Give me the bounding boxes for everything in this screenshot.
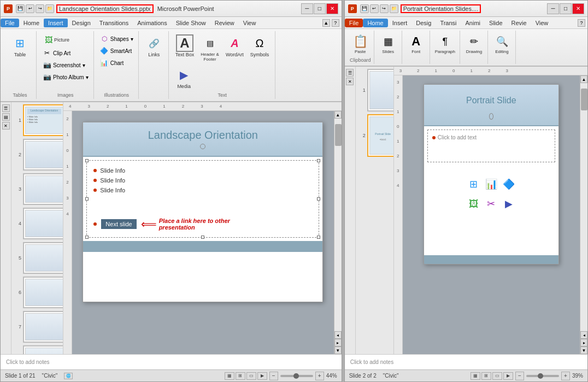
close-btn-left[interactable]: ✕ (326, 3, 338, 14)
save-btn[interactable]: 💾 (16, 4, 25, 13)
maximize-btn-right[interactable]: □ (560, 3, 572, 14)
scroll-next-left[interactable]: ▸ (334, 339, 342, 346)
zoom-in-btn-left[interactable]: + (315, 372, 324, 380)
slide-thumb-5[interactable] (23, 242, 63, 274)
scroll-up-btn-left[interactable]: ▲ (334, 111, 342, 119)
lang-icon-left[interactable]: 🌐 (64, 373, 73, 379)
minimize-btn-left[interactable]: ─ (301, 3, 313, 14)
menu-review-left[interactable]: Review (210, 19, 239, 27)
scroll-thumb-right[interactable] (581, 89, 587, 110)
clipart-button[interactable]: ✂ Clip Art (41, 48, 72, 58)
header-footer-button[interactable]: ▤ Header &Footer (198, 33, 221, 63)
slide-thumb-2[interactable] (23, 139, 63, 171)
content-placeholder-right[interactable]: ⊞ 📊 🔷 🖼 ✂ ▶ (424, 166, 558, 222)
slide-thumb-6[interactable] (23, 277, 63, 308)
save-btn-right[interactable]: 💾 (360, 4, 369, 13)
wordart-button[interactable]: A WordArt (224, 33, 246, 58)
normal-view-btn-left[interactable]: ▦ (225, 372, 234, 380)
minimize-btn-right[interactable]: ─ (547, 3, 559, 14)
panel-toggle-right-1[interactable]: ☰ (346, 69, 354, 77)
menu-review-right[interactable]: Revie (507, 19, 531, 27)
menu-transitions-left[interactable]: Transitions (95, 19, 133, 27)
slide-body-box[interactable]: Slide Info Slide Info Slide Info (86, 160, 319, 238)
table-button[interactable]: ⊞ Table (9, 33, 31, 58)
portrait-click-label[interactable]: Click to add text (438, 134, 477, 140)
help-btn-left[interactable]: ? (332, 19, 339, 27)
handle-br[interactable] (317, 236, 320, 239)
reading-view-btn-right[interactable]: ▭ (492, 372, 502, 380)
portrait-body-box[interactable]: Click to add text (427, 130, 555, 162)
scroll-next-right[interactable]: ▸ (580, 339, 587, 346)
textbox-button[interactable]: A Text Box (173, 33, 197, 58)
zoom-out-btn-left[interactable]: − (269, 372, 278, 380)
canvas-area-right[interactable]: Portrait Slide Click to add text (403, 75, 580, 354)
menu-home-right[interactable]: Home (363, 19, 387, 27)
chart-button[interactable]: 📊 Chart (98, 57, 125, 68)
slide-thumb-4[interactable] (23, 208, 63, 239)
menu-file-left[interactable]: File (1, 19, 19, 27)
ribbon-minimize-btn[interactable]: ▲ (322, 19, 330, 27)
links-button[interactable]: 🔗 Links (143, 33, 165, 58)
notes-area-left[interactable]: Click to add notes (1, 354, 342, 369)
redo-btn[interactable]: ↪ (36, 4, 44, 13)
scroll-down-btn-left[interactable]: ▼ (334, 346, 342, 354)
menu-insert-left[interactable]: Insert (44, 19, 68, 27)
panel-toggle-1[interactable]: ☰ (2, 104, 10, 112)
handle-bl[interactable] (85, 236, 89, 239)
menu-animations-right[interactable]: Animi (461, 19, 485, 27)
scroll-prev-left[interactable]: ◂ (334, 331, 342, 339)
handle-tl[interactable] (85, 159, 89, 162)
canvas-area-left[interactable]: Landscape Orientation (72, 111, 334, 354)
menu-design-left[interactable]: Design (68, 19, 95, 27)
scroll-prev-right[interactable]: ◂ (580, 331, 587, 339)
drawing-button-right[interactable]: ✏ Drawing (464, 33, 484, 55)
zoom-slider-left[interactable] (280, 375, 313, 377)
menu-insert-right[interactable]: Insert (388, 19, 412, 27)
folder-btn-right[interactable]: 📁 (390, 4, 398, 13)
slide-sorter-btn-right[interactable]: ⊞ (481, 372, 491, 380)
media-button[interactable]: ▶ Media (173, 65, 195, 90)
slide-canvas-left[interactable]: Landscape Orientation (83, 122, 323, 302)
slideshow-btn-right[interactable]: ▶ (503, 372, 513, 380)
menu-file-right[interactable]: File (345, 19, 363, 27)
zoom-in-btn-right[interactable]: + (561, 372, 570, 380)
folder-btn[interactable]: 📁 (45, 4, 54, 13)
handle-tr[interactable] (317, 159, 320, 162)
normal-view-btn-right[interactable]: ▦ (471, 372, 480, 380)
menu-design-right[interactable]: Desig (411, 19, 436, 27)
menu-view-right[interactable]: View (531, 19, 553, 27)
paragraph-button-right[interactable]: ¶ Paragraph (433, 33, 457, 55)
scroll-thumb-left[interactable] (335, 124, 342, 146)
slide-thumb-8[interactable] (23, 345, 63, 354)
slide-canvas-right[interactable]: Portrait Slide Click to add text (424, 84, 559, 265)
menu-transitions-right[interactable]: Transi (436, 19, 461, 27)
reading-view-btn-left[interactable]: ▭ (246, 372, 256, 380)
slides-button-right[interactable]: ▦ Slides (378, 33, 398, 55)
maximize-btn-left[interactable]: □ (314, 3, 326, 14)
paste-button-right[interactable]: 📋 Paste (350, 33, 370, 55)
scroll-down-btn-right[interactable]: ▼ (580, 346, 587, 354)
scroll-track-left[interactable] (334, 119, 342, 331)
slide-thumb-1[interactable]: Landscape Orientation • Slide Info• Slid… (23, 104, 63, 136)
slide-thumb-r2[interactable]: Portrait Slide •text (367, 114, 394, 157)
close-btn-right[interactable]: ✕ (572, 3, 584, 14)
symbols-button[interactable]: Ω Symbols (248, 33, 272, 58)
notes-area-right[interactable]: Click to add notes (345, 354, 587, 369)
slide-thumb-r1[interactable] (367, 69, 394, 111)
zoom-slider-right[interactable] (526, 375, 559, 377)
help-btn-right[interactable]: ? (578, 19, 585, 27)
handle-bm[interactable] (201, 236, 204, 239)
zoom-out-btn-right[interactable]: − (515, 372, 524, 380)
shapes-button[interactable]: ⬡ Shapes▾ (98, 33, 135, 44)
smartart-button[interactable]: 🔷 SmartArt (98, 45, 133, 56)
rotation-handle-right[interactable] (489, 113, 493, 120)
handle-ml[interactable] (85, 197, 89, 201)
screenshot-button[interactable]: 📷 Screenshot▾ (41, 60, 87, 70)
panel-close-left[interactable]: ✕ (2, 122, 10, 130)
slideshow-btn-left[interactable]: ▶ (257, 372, 267, 380)
menu-animations-left[interactable]: Animations (133, 19, 171, 27)
handle-mr[interactable] (317, 197, 320, 201)
photoalbum-button[interactable]: 📷 Photo Album▾ (41, 72, 90, 83)
editing-button-right[interactable]: 🔍 Editing (492, 33, 512, 55)
undo-btn[interactable]: ↩ (26, 4, 34, 13)
